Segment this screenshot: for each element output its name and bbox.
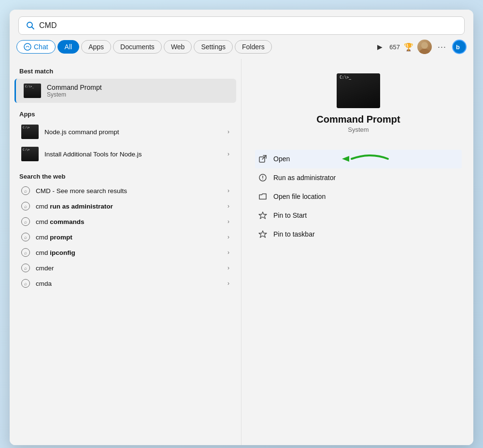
web-item-text: cmda [36, 280, 222, 287]
chevron-right-icon: › [227, 249, 229, 256]
folder-icon [258, 192, 268, 201]
list-item[interactable]: ⌕ cmd commands › [12, 214, 239, 229]
filter-chat[interactable]: Chat [16, 40, 56, 54]
list-item[interactable]: C:\> Install Additional Tools for Node.j… [12, 143, 239, 165]
action-open[interactable]: Open [255, 150, 462, 168]
best-match-text: Command Prompt System [47, 84, 102, 98]
action-pin-to-start[interactable]: Pin to Start [255, 206, 462, 225]
chevron-right-icon: › [227, 128, 229, 135]
svg-point-3 [421, 42, 428, 49]
action-open-label: Open [273, 155, 290, 163]
search-container: Chat All Apps Documents Web Settings Fol… [10, 10, 473, 445]
action-pin-to-taskbar[interactable]: Pin to taskbar [255, 225, 462, 244]
avatar-image [417, 40, 432, 54]
svg-point-2 [24, 43, 31, 50]
cmd-icon-large: C:\>_ [337, 73, 380, 108]
best-match-subtitle: System [47, 91, 102, 98]
cmd-icon-small: C:\>_ [24, 84, 41, 98]
svg-point-9 [262, 179, 263, 180]
list-item[interactable]: ⌕ cmd prompt › [12, 229, 239, 245]
filter-documents[interactable]: Documents [113, 40, 162, 54]
search-icon [26, 21, 35, 30]
app-item-label: Install Additional Tools for Node.js [44, 151, 222, 158]
web-item-text: cmd ipconfig [36, 249, 222, 256]
action-list: Open [255, 150, 462, 244]
search-web-icon: ⌕ [21, 217, 30, 226]
badge-count: 657 [389, 43, 400, 51]
bing-button[interactable]: b [452, 40, 467, 54]
action-open-file-location[interactable]: Open file location [255, 187, 462, 206]
best-match-item[interactable]: C:\>_ Command Prompt System [14, 79, 236, 103]
web-item-text: cmd prompt [36, 234, 222, 241]
chevron-right-icon: › [227, 218, 229, 225]
search-web-icon: ⌕ [21, 186, 30, 195]
list-item[interactable]: ⌕ cmder › [12, 260, 239, 276]
more-options-button[interactable]: ··· [436, 42, 448, 52]
action-open-file-location-label: Open file location [273, 193, 326, 200]
filter-settings[interactable]: Settings [194, 40, 233, 54]
filter-folders[interactable]: Folders [235, 40, 272, 54]
web-section-label: Search the web [10, 169, 241, 183]
main-content: Best match C:\>_ Command Prompt System A… [10, 59, 473, 445]
filter-web[interactable]: Web [164, 40, 192, 54]
apps-section: Apps C:\> Node.js command prompt › C:\> … [10, 107, 241, 165]
web-section: Search the web ⌕ CMD - See more search r… [10, 169, 241, 291]
chevron-right-icon: › [227, 187, 229, 194]
play-button[interactable]: ▶ [374, 41, 385, 53]
pin-taskbar-icon [258, 229, 268, 239]
filter-apps[interactable]: Apps [81, 40, 111, 54]
search-web-icon: ⌕ [21, 248, 30, 257]
web-item-text: cmd commands [36, 218, 222, 225]
best-match-title: Command Prompt [47, 84, 102, 91]
list-item[interactable]: C:\> Node.js command prompt › [12, 121, 239, 143]
filter-right-controls: ▶ 657 🏆 ··· b [374, 40, 467, 54]
copilot-icon [24, 43, 31, 51]
nodejs-icon: C:\> [21, 125, 39, 139]
bing-icon-svg: b [455, 42, 464, 51]
filter-bar: Chat All Apps Documents Web Settings Fol… [10, 35, 473, 59]
best-match-label: Best match [10, 64, 241, 78]
chevron-right-icon: › [227, 265, 229, 271]
search-web-icon: ⌕ [21, 233, 30, 241]
search-input[interactable] [39, 21, 457, 30]
pin-start-icon [258, 210, 268, 220]
app-preview: C:\>_ Command Prompt System [255, 73, 462, 141]
action-run-as-admin[interactable]: Run as administrator [255, 168, 462, 187]
green-arrow-annotation [332, 147, 390, 170]
nodejs-tools-icon: C:\> [21, 147, 39, 161]
search-input-wrapper [18, 16, 465, 35]
app-preview-title: Command Prompt [316, 114, 400, 125]
list-item[interactable]: ⌕ cmda › [12, 276, 239, 291]
right-panel: C:\>_ Command Prompt System [242, 59, 473, 445]
list-item[interactable]: ⌕ cmd run as administrator › [12, 198, 239, 214]
chevron-right-icon: › [227, 203, 229, 210]
action-run-as-admin-label: Run as administrator [273, 174, 336, 182]
app-preview-subtitle: System [348, 126, 369, 133]
chevron-right-icon: › [227, 234, 229, 240]
web-item-text: CMD - See more search results [36, 187, 222, 195]
user-avatar[interactable] [417, 40, 432, 54]
svg-text:b: b [456, 43, 460, 51]
svg-marker-7 [342, 156, 349, 162]
list-item[interactable]: ⌕ cmd ipconfig › [12, 245, 239, 260]
left-panel: Best match C:\>_ Command Prompt System A… [10, 59, 242, 445]
app-item-label: Node.js command prompt [44, 128, 222, 136]
search-web-icon: ⌕ [21, 202, 30, 210]
chevron-right-icon: › [227, 151, 229, 157]
chevron-right-icon: › [227, 280, 229, 287]
search-web-icon: ⌕ [21, 264, 30, 272]
shield-icon [258, 173, 268, 182]
search-bar [10, 10, 473, 35]
search-web-icon: ⌕ [21, 279, 30, 288]
action-pin-to-start-label: Pin to Start [273, 211, 307, 219]
svg-point-4 [419, 49, 430, 54]
trophy-icon: 🏆 [404, 42, 413, 52]
svg-line-1 [32, 27, 34, 29]
action-pin-to-taskbar-label: Pin to taskbar [273, 230, 315, 238]
list-item[interactable]: ⌕ CMD - See more search results › [12, 183, 239, 198]
open-icon [258, 154, 268, 164]
filter-all[interactable]: All [57, 40, 80, 54]
apps-section-label: Apps [10, 107, 241, 121]
web-item-text: cmder [36, 265, 222, 272]
web-item-text: cmd run as administrator [36, 203, 222, 210]
